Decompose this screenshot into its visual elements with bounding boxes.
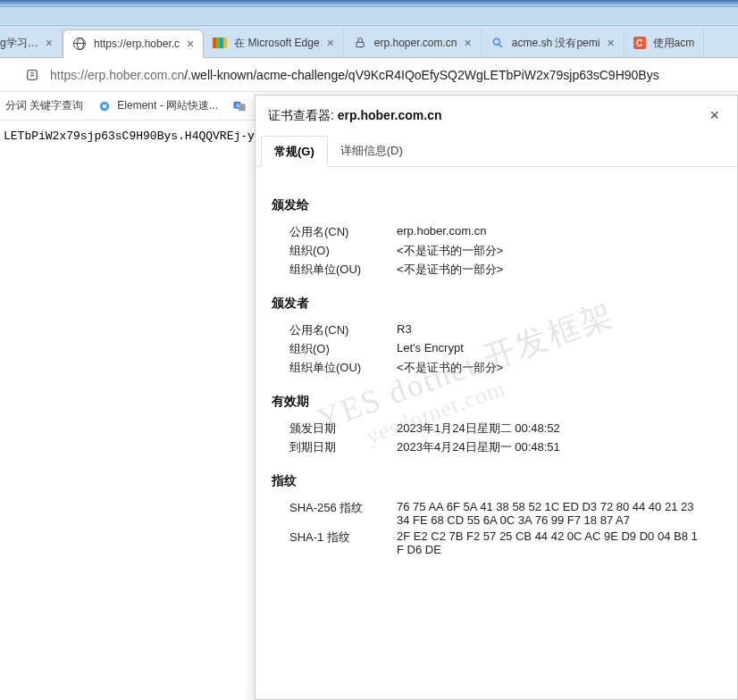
section-validity: 颁发日期2023年1月24日星期二 00:48:52 到期日期2023年4月24… [272, 421, 721, 455]
edge-icon [213, 36, 227, 50]
section-issued-by-title: 颁发者 [272, 296, 721, 312]
search-icon [491, 36, 505, 50]
svg-rect-9 [239, 104, 246, 111]
ou-label: 组织单位(OU) [289, 262, 397, 278]
bookmark-item-1[interactable]: Element - 网站快速... [97, 98, 218, 113]
url-host: https://erp.hober.com.cn [50, 68, 184, 82]
bookmark-item-0[interactable]: 分词 关键字查询 [5, 98, 83, 113]
tab-title: acme.sh 没有pemi [512, 36, 600, 51]
title-strip [0, 7, 738, 26]
sha1-value: 2F E2 C2 7B F2 57 25 CB 44 42 0C AC 9E D… [397, 529, 700, 556]
close-icon[interactable]: × [465, 37, 472, 49]
certificate-viewer-dialog: 证书查看器: erp.hober.com.cn × 常规(G) 详细信息(D) … [255, 95, 738, 700]
sha1-label: SHA-1 指纹 [289, 529, 397, 556]
tab-title: https://erp.hober.c [94, 38, 180, 50]
close-icon[interactable]: × [187, 38, 194, 50]
section-validity-title: 有效期 [272, 394, 721, 410]
o-value: Let's Encrypt [397, 341, 464, 357]
lock-icon [353, 36, 367, 50]
bookmark-label: Element - 网站快速... [117, 98, 218, 113]
dialog-title-domain: erp.hober.com.cn [338, 108, 442, 122]
issue-date-value: 2023年1月24日星期二 00:48:52 [397, 421, 560, 437]
sha256-value: 76 75 AA 6F 5A 41 38 58 52 1C ED D3 72 8… [397, 500, 700, 527]
address-bar[interactable]: https://erp.hober.com.cn/.well-known/acm… [0, 58, 738, 92]
sha256-label: SHA-256 指纹 [289, 500, 397, 527]
close-icon[interactable]: × [704, 104, 725, 127]
dialog-header: 证书查看器: erp.hober.com.cn × [256, 96, 737, 130]
close-icon[interactable]: × [607, 37, 614, 49]
page-body-text: LETbPiW2x79sjp63sC9H90Bys.H4QQVREj-yrY1M [4, 129, 282, 143]
o-label: 组织(O) [289, 341, 397, 357]
browser-tab-0[interactable]: g学习 - V × [0, 29, 63, 57]
cn-label: 公用名(CN) [289, 224, 397, 240]
url-text[interactable]: https://erp.hober.com.cn/.well-known/acm… [50, 68, 659, 82]
ou-value: <不是证书的一部分> [397, 360, 503, 376]
svg-rect-0 [356, 42, 364, 46]
svg-line-2 [499, 44, 501, 46]
element-icon [97, 99, 112, 113]
section-fingerprint-title: 指纹 [272, 473, 721, 489]
ou-value: <不是证书的一部分> [397, 262, 503, 278]
cn-value: erp.hober.com.cn [397, 224, 486, 240]
browser-tab-4[interactable]: acme.sh 没有pemi × [482, 29, 625, 57]
tab-title: 在 Microsoft Edge [234, 36, 319, 51]
issue-date-label: 颁发日期 [289, 421, 397, 437]
section-issued-by: 公用名(CN)R3 组织(O)Let's Encrypt 组织单位(OU)<不是… [272, 322, 721, 376]
tab-title: g学习 - V [0, 36, 38, 51]
expire-date-value: 2023年4月24日星期一 00:48:51 [397, 439, 560, 455]
o-label: 组织(O) [289, 243, 397, 259]
c-icon: C [633, 37, 646, 49]
cn-label: 公用名(CN) [289, 322, 397, 338]
browser-tab-5[interactable]: C 使用acm [625, 29, 705, 57]
globe-icon [72, 37, 87, 51]
tab-details[interactable]: 详细信息(D) [328, 136, 415, 166]
browser-tab-1[interactable]: https://erp.hober.c × [63, 29, 204, 58]
translate-icon[interactable]: A [232, 99, 247, 113]
svg-point-1 [493, 38, 499, 45]
svg-point-7 [103, 104, 107, 108]
dialog-title: 证书查看器: erp.hober.com.cn [268, 108, 441, 124]
cn-value: R3 [397, 322, 412, 338]
section-issued-to-title: 颁发给 [272, 197, 721, 213]
browser-tab-2[interactable]: 在 Microsoft Edge × [204, 29, 344, 57]
url-path: /.well-known/acme-challenge/qV9KcR4IQoEf… [184, 68, 658, 82]
tab-bar: g学习 - V × https://erp.hober.c × 在 Micros… [0, 26, 738, 58]
expire-date-label: 到期日期 [289, 439, 397, 455]
tab-title: erp.hoper.com.cn [374, 37, 457, 49]
dialog-tabs: 常规(G) 详细信息(D) [256, 136, 737, 167]
dialog-title-prefix: 证书查看器: [268, 108, 338, 122]
ou-label: 组织单位(OU) [289, 360, 397, 376]
section-fingerprint: SHA-256 指纹76 75 AA 6F 5A 41 38 58 52 1C … [272, 500, 721, 556]
section-issued-to: 公用名(CN)erp.hober.com.cn 组织(O)<不是证书的一部分> … [272, 224, 721, 278]
close-icon[interactable]: × [46, 37, 53, 49]
bookmark-label: 分词 关键字查询 [5, 98, 83, 113]
svg-text:A: A [236, 102, 239, 107]
window-chrome-top [0, 0, 738, 7]
dialog-body: YES dotnet 开发框架 yesdotnet.com 颁发给 公用名(CN… [256, 167, 737, 699]
browser-tab-3[interactable]: erp.hoper.com.cn × [344, 29, 482, 57]
tab-title: 使用acm [653, 36, 695, 51]
tab-general[interactable]: 常规(G) [261, 136, 328, 167]
site-info-icon[interactable] [25, 68, 39, 82]
o-value: <不是证书的一部分> [397, 243, 503, 259]
close-icon[interactable]: × [327, 37, 334, 49]
